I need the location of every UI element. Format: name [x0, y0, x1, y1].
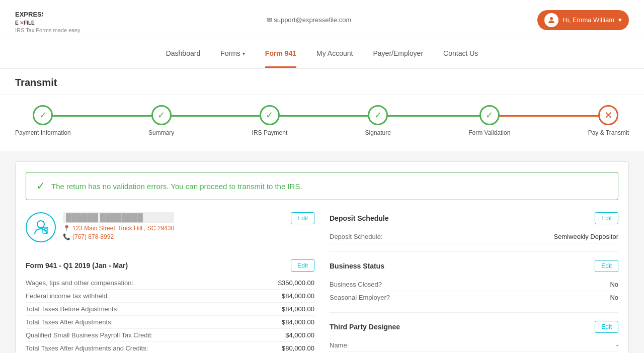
deposit-schedule-title: Deposit Schedule [330, 214, 388, 222]
step-summary-circle: ✓ [151, 105, 172, 125]
form941-section: Form 941 - Q1 2019 (Jan - Mar) Edit Wage… [26, 259, 314, 353]
success-message: The return has no validation errors. You… [51, 182, 302, 191]
svg-point-4 [550, 17, 553, 20]
business-closed-field: Business Closed? No [330, 278, 618, 291]
user-phone: 📞 (767) 878-8992 [63, 233, 174, 240]
third-party-header: Third Party Designee Edit [330, 321, 618, 333]
business-status-edit-button[interactable]: Edit [595, 260, 618, 272]
step-summary: ✓ Summary [148, 105, 174, 136]
business-status-section: Business Status Edit Business Closed? No… [330, 260, 618, 313]
field-payroll-credit: Qualified Small Business Payroll Tax Cre… [26, 329, 314, 342]
user-edit-button[interactable]: Edit [291, 212, 314, 224]
nav-my-account[interactable]: My Account [316, 40, 353, 68]
step-form-validation: ✓ Form Validation [468, 105, 510, 136]
step-payment-information: ✓ Payment Information [15, 105, 71, 136]
check-icon: ✓ [266, 110, 273, 121]
progress-line-orange [499, 115, 599, 117]
nav-forms[interactable]: Forms▾ [220, 40, 245, 68]
step-validation-label: Form Validation [468, 129, 510, 136]
check-icon: ✓ [157, 110, 165, 121]
field-taxes-credits: Total Taxes After Adjustments and Credit… [26, 342, 314, 353]
step-transmit-circle: ✕ [598, 105, 618, 125]
third-party-name-field: Name: - [330, 339, 618, 352]
step-validation-circle: ✓ [479, 105, 500, 125]
chevron-down-icon: ▾ [243, 51, 245, 56]
logo: EXPRESS E ✕ FILE IRS Tax Forms made easy [15, 7, 80, 33]
deposit-schedule-section: Deposit Schedule Edit Deposit Schedule: … [330, 212, 618, 252]
phone-icon: 📞 [63, 233, 70, 240]
logo-tagline: IRS Tax Forms made easy [15, 27, 80, 33]
user-profile-icon [32, 218, 50, 236]
svg-text:FILE: FILE [24, 20, 35, 26]
user-info-section: ██████ ████████ 📍 123 Main Street, Rock … [26, 212, 174, 242]
step-payment-label: Payment Information [15, 129, 71, 136]
check-icon: ✓ [39, 110, 47, 121]
x-icon: ✕ [604, 109, 613, 121]
user-avatar [544, 13, 558, 27]
dropdown-arrow-icon: ▾ [618, 16, 622, 24]
success-check-icon: ✓ [36, 180, 45, 193]
user-name-label: Hi, Emma William [562, 16, 614, 24]
progress-section: ✓ Payment Information ✓ Summary ✓ IRS Pa… [0, 95, 644, 151]
nav-payer-employer[interactable]: Payer/Employer [373, 40, 423, 68]
support-email[interactable]: ✉ support@expressefile.com [267, 16, 352, 24]
deposit-schedule-field: Deposit Schedule: Semiweekly Depositor [330, 230, 618, 243]
third-party-title: Third Party Designee [330, 323, 400, 331]
business-status-header: Business Status Edit [330, 260, 618, 272]
nav-dashboard[interactable]: Dashboard [166, 40, 201, 68]
main-content: ✓ The return has no validation errors. Y… [0, 151, 644, 353]
page-title: Transmit [15, 77, 629, 95]
nav-form941[interactable]: Form 941 [265, 40, 296, 68]
field-wages: Wages, tips and other compensation: $350… [26, 277, 314, 290]
step-signature-label: Signature [365, 129, 391, 136]
user-display-name: ██████ ████████ [63, 212, 174, 223]
two-col-layout: ██████ ████████ 📍 123 Main Street, Rock … [26, 212, 618, 353]
form941-edit-button[interactable]: Edit [291, 259, 314, 272]
step-payment-circle: ✓ [33, 105, 53, 125]
user-icon [547, 16, 556, 25]
page-title-area: Transmit [0, 69, 644, 95]
location-pin-icon: 📍 [63, 225, 70, 232]
check-icon: ✓ [486, 110, 493, 121]
user-address: 📍 123 Main Street, Rock Hill , SC 29430 [63, 225, 174, 232]
seasonal-employer-field: Seasonal Employer? No [330, 291, 618, 304]
right-column: Deposit Schedule Edit Deposit Schedule: … [330, 212, 618, 353]
step-transmit-label: Pay & Transmit [588, 129, 629, 136]
third-party-section: Third Party Designee Edit Name: - Phone:… [330, 321, 618, 353]
success-banner: ✓ The return has no validation errors. Y… [26, 172, 618, 200]
field-federal-income: Federal income tax withheld: $84,000.00 [26, 290, 314, 303]
form941-header: Form 941 - Q1 2019 (Jan - Mar) Edit [26, 259, 314, 272]
svg-text:EXPRESS: EXPRESS [15, 11, 43, 18]
svg-text:✕: ✕ [20, 20, 24, 26]
step-irs-label: IRS Payment [252, 129, 288, 136]
check-icon: ✓ [374, 110, 382, 121]
deposit-schedule-header: Deposit Schedule Edit [330, 212, 618, 224]
step-signature: ✓ Signature [365, 105, 391, 136]
header: EXPRESS E ✕ FILE IRS Tax Forms made easy… [0, 0, 644, 40]
business-status-title: Business Status [330, 262, 384, 270]
step-summary-label: Summary [148, 129, 174, 136]
progress-bar: ✓ Payment Information ✓ Summary ✓ IRS Pa… [15, 105, 629, 136]
user-menu[interactable]: Hi, Emma William ▾ [537, 10, 629, 30]
step-signature-circle: ✓ [368, 105, 388, 125]
field-taxes-before: Total Taxes Before Adjustments: $84,000.… [26, 303, 314, 316]
deposit-schedule-edit-button[interactable]: Edit [595, 212, 618, 224]
logo-icon: EXPRESS E ✕ FILE [15, 7, 43, 29]
main-nav: Dashboard Forms▾ Form 941 My Account Pay… [0, 40, 644, 69]
nav-contact-us[interactable]: Contact Us [443, 40, 478, 68]
third-party-edit-button[interactable]: Edit [595, 321, 618, 333]
form941-title: Form 941 - Q1 2019 (Jan - Mar) [26, 261, 128, 270]
left-column: ██████ ████████ 📍 123 Main Street, Rock … [26, 212, 314, 353]
progress-line [45, 115, 599, 117]
step-irs-payment: ✓ IRS Payment [252, 105, 288, 136]
step-irs-circle: ✓ [260, 105, 280, 125]
user-avatar-box [26, 212, 56, 242]
content-card: ✓ The return has no validation errors. Y… [15, 161, 629, 353]
svg-point-5 [37, 221, 44, 228]
field-taxes-after: Total Taxes After Adjustments: $84,000.0… [26, 316, 314, 329]
user-details: ██████ ████████ 📍 123 Main Street, Rock … [63, 212, 174, 240]
step-pay-transmit: ✕ Pay & Transmit [588, 105, 629, 136]
svg-text:E: E [15, 20, 19, 26]
